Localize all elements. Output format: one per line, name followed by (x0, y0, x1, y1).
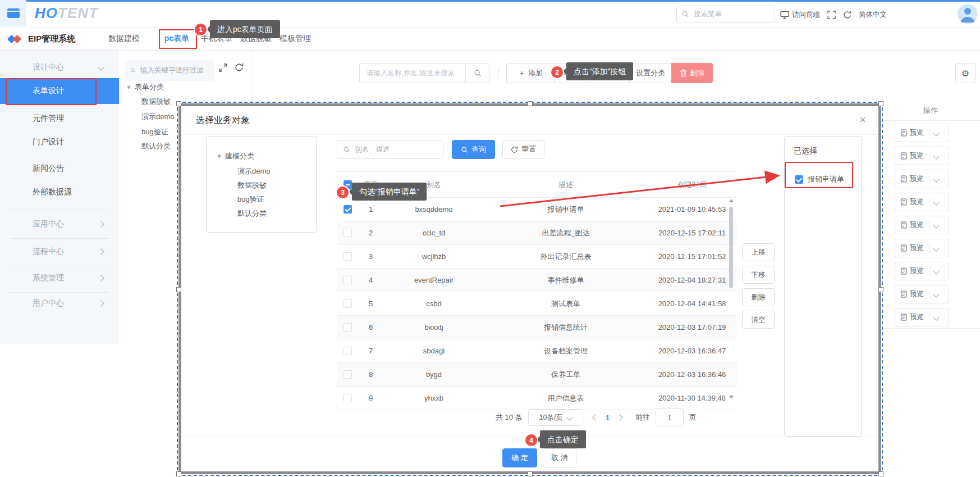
table-settings-button[interactable]: ⚙ (955, 63, 976, 83)
preview-button[interactable]: 预览 (895, 216, 949, 234)
reset-button[interactable]: 重置 (502, 140, 544, 159)
sidebar-item-component-mgmt[interactable]: 元件管理 (0, 107, 119, 130)
selection-handle[interactable] (176, 101, 181, 106)
sidebar-item-system-mgmt[interactable]: 系统管理 (0, 266, 119, 290)
selected-item-checkbox[interactable] (795, 175, 803, 184)
sidebar-item-form-design[interactable]: 表单设计 (0, 78, 119, 104)
row-checkbox[interactable] (344, 370, 352, 379)
dialog-search-box[interactable] (337, 140, 443, 159)
sidebar-item-design-center[interactable]: 设计中心 (0, 56, 119, 79)
sidebar-item-user-center[interactable]: 用户中心 (0, 292, 119, 315)
tree-node-root[interactable]: ▼建模分类 (216, 151, 254, 161)
goto-page-input[interactable] (656, 408, 684, 426)
form-search-button[interactable] (466, 63, 489, 83)
avatar[interactable] (958, 4, 978, 24)
form-search-box[interactable] (359, 63, 466, 83)
current-page[interactable]: 1 (603, 414, 612, 422)
tree-node[interactable]: bug验证 (141, 127, 168, 137)
clear-selected-button[interactable]: 清空 (742, 311, 775, 329)
scrollbar-thumb[interactable] (729, 207, 733, 288)
tree-node[interactable]: 数据脱敏 (237, 180, 267, 190)
table-row[interactable]: 6 bxxxtj 报销信息统计 2020-12-03 17:07:19 (337, 316, 737, 339)
monitor-icon (780, 11, 789, 19)
tree-refresh-button[interactable] (235, 63, 244, 72)
confirm-button[interactable]: 确 定 (502, 448, 537, 467)
table-scrollbar[interactable] (729, 198, 734, 400)
cancel-button[interactable]: 取 消 (543, 448, 576, 467)
set-category-button[interactable]: 设置分类 (629, 63, 672, 83)
tab-template-mgmt[interactable]: 模板管理 (280, 34, 311, 44)
tree-node[interactable]: 默认分类 (141, 141, 171, 151)
menu-search-box[interactable] (676, 6, 775, 22)
preview-button[interactable]: 预览 (895, 147, 949, 165)
table-row[interactable]: 2 cclc_td 出差流程_图达 2020-12-15 17:02:11 (337, 221, 737, 245)
tree-node[interactable]: 数据脱敏 (141, 97, 171, 107)
form-search-input[interactable] (365, 69, 460, 78)
selection-handle[interactable] (528, 471, 533, 476)
sidebar-item-external-datasource[interactable]: 外部数据源 (0, 180, 119, 204)
selection-handle[interactable] (878, 287, 883, 292)
move-up-button[interactable]: 上移 (742, 243, 775, 261)
tree-filter-box[interactable] (125, 60, 214, 81)
tab-pc-form[interactable]: pc表单 (164, 34, 189, 44)
tree-node[interactable]: 默认分类 (237, 208, 267, 219)
delete-button[interactable]: 删除 (671, 63, 713, 83)
preview-button[interactable]: 预览 (895, 170, 949, 188)
next-page-button[interactable] (616, 414, 622, 420)
selection-handle[interactable] (176, 287, 181, 292)
row-checkbox[interactable] (344, 347, 352, 355)
tree-expand-button[interactable] (219, 63, 227, 72)
preview-button[interactable]: 预览 (895, 239, 949, 257)
collapse-sidebar-button[interactable] (0, 0, 26, 26)
page-size-select[interactable]: 10条/页 (528, 409, 583, 426)
scroll-down-icon[interactable] (729, 396, 734, 399)
row-checkbox[interactable] (344, 299, 352, 308)
preview-button[interactable]: 预览 (895, 262, 949, 280)
preview-button[interactable]: 预览 (895, 124, 949, 142)
row-checkbox[interactable] (344, 205, 352, 213)
row-checkbox[interactable] (344, 229, 352, 237)
tab-data-modeling[interactable]: 数据建模 (108, 34, 140, 44)
preview-button[interactable]: 预览 (895, 193, 949, 211)
scroll-up-icon[interactable] (729, 199, 734, 202)
table-row[interactable]: 4 eventRepair 事件维修单 2020-12-04 18:27:31 (337, 269, 737, 292)
selection-handle[interactable] (878, 101, 883, 106)
sidebar-item-portal-design[interactable]: 门户设计 (0, 130, 119, 154)
tree-node[interactable]: 演示demo (237, 166, 271, 176)
tree-filter-input[interactable] (139, 66, 209, 75)
tree-node[interactable]: 演示demo (141, 112, 175, 122)
menu-search-input[interactable] (693, 10, 770, 19)
table-row[interactable]: 8 bygd 保养工单 2020-12-03 16:36:46 (337, 363, 737, 387)
row-checkbox[interactable] (344, 323, 352, 331)
add-button[interactable]: ＋添加 (506, 63, 555, 83)
selection-handle[interactable] (878, 471, 883, 476)
table-row[interactable]: 5 csbd 测试表单 2020-12-04 14:41:58 (337, 292, 737, 316)
sidebar-item-news[interactable]: 新闻公告 (0, 157, 119, 180)
table-row[interactable]: 9 yhxxb 用户信息表 2020-11-30 14:39:48 (337, 387, 737, 410)
table-row[interactable]: 7 sbdagl 设备档案管理 2020-12-03 16:36:47 (337, 339, 737, 363)
tree-node[interactable]: bug验证 (237, 194, 264, 205)
sidebar-item-process-center[interactable]: 流程中心 (0, 240, 119, 264)
row-checkbox[interactable] (344, 394, 352, 402)
prev-page-button[interactable] (592, 414, 598, 420)
preview-button[interactable]: 预览 (895, 285, 949, 303)
selection-handle[interactable] (176, 471, 181, 476)
refresh-button[interactable] (843, 11, 851, 19)
preview-button[interactable]: 预览 (895, 308, 949, 326)
selected-item[interactable]: 报销申请单 (785, 166, 861, 184)
remove-selected-button[interactable]: 删除 (742, 288, 775, 306)
sidebar-item-app-center[interactable]: 应用中心 (0, 212, 119, 236)
move-down-button[interactable]: 下移 (742, 266, 775, 284)
row-checkbox[interactable] (344, 252, 352, 261)
table-row[interactable]: 1 bxsqddemo 报销申请单 2021-01-09 10:45:53 (337, 198, 737, 221)
row-checkbox[interactable] (344, 276, 352, 284)
language-switcher[interactable]: 简体中文 (859, 10, 887, 20)
selection-handle[interactable] (528, 101, 533, 106)
close-icon[interactable]: × (859, 113, 866, 126)
fullscreen-button[interactable] (827, 11, 836, 19)
visit-frontend-button[interactable]: 访问前端 (780, 10, 820, 20)
dialog-search-input[interactable] (354, 145, 437, 154)
query-button[interactable]: 查询 (452, 140, 495, 159)
tree-node-root[interactable]: ▼表单分类 (126, 82, 164, 92)
table-row[interactable]: 3 wcjlhzb 外出记录汇总表 2020-12-15 17:01:52 (337, 245, 737, 269)
